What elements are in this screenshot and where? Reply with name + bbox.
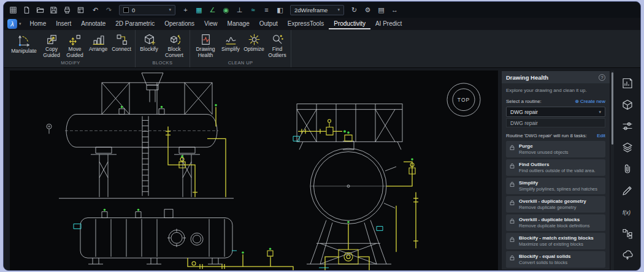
chevron-down-icon[interactable]: ▾ xyxy=(19,21,21,26)
app-window: ↶ ↷ 0 ▾ + ▦ ∠ ◉ ⊥ ≈ ≡ ◧ 2dWireframe ▾ ↻ … xyxy=(3,1,641,271)
attachments-panel-icon[interactable] xyxy=(619,161,635,177)
ribbon-group-clean-up: Drawing Health Simplify Optimize Find Ou… xyxy=(190,30,291,67)
tab-home[interactable]: Home xyxy=(25,18,52,29)
connect-button[interactable]: Connect xyxy=(110,32,133,53)
open-file-icon[interactable] xyxy=(36,6,45,15)
vessel-skirt[interactable] xyxy=(307,221,391,265)
properties-panel-icon[interactable] xyxy=(619,118,635,134)
create-new-link[interactable]: ⊕ Create new xyxy=(575,99,605,104)
cloud-sync-panel-icon[interactable] xyxy=(619,247,635,263)
save-icon[interactable] xyxy=(49,6,58,15)
osnap-icon[interactable]: ◉ xyxy=(221,6,231,15)
fullscreen-icon[interactable]: ↔ xyxy=(390,6,399,15)
tab-productivity[interactable]: Productivity xyxy=(329,18,370,29)
piping-lower-left[interactable] xyxy=(188,247,293,270)
transparency-icon[interactable]: ◧ xyxy=(275,6,285,15)
redraw-icon[interactable]: ↻ xyxy=(350,6,359,15)
connect-label: Connect xyxy=(112,47,131,53)
layer-value: 0 xyxy=(132,7,135,13)
task-simplify[interactable]: Simplify Simplify polylines, splines and… xyxy=(506,178,605,194)
annotate-panel-icon[interactable] xyxy=(619,183,635,198)
tab-annotate[interactable]: Annotate xyxy=(76,18,110,29)
edit-link[interactable]: Edit xyxy=(597,133,605,138)
ladder[interactable] xyxy=(142,116,148,196)
report-panel-icon[interactable] xyxy=(619,75,635,91)
view-cube[interactable]: TOP xyxy=(447,83,480,116)
app-logo[interactable]: λ xyxy=(7,19,17,29)
task-blockify-solids[interactable]: Blockify - equal solids Convert solids t… xyxy=(506,251,605,268)
tab-view[interactable]: View xyxy=(199,18,223,29)
blockify-button[interactable]: Blockify xyxy=(137,32,161,53)
parameters-panel-icon[interactable]: f(x) xyxy=(619,204,635,220)
help-icon[interactable]: ? xyxy=(599,74,605,81)
optimize-icon xyxy=(248,33,261,46)
group-label-blocks: BLOCKS xyxy=(137,60,188,67)
piping-upper-left[interactable] xyxy=(166,104,226,197)
panel-dock: f(x) xyxy=(614,70,640,270)
tab-expresstools[interactable]: ExpressTools xyxy=(283,18,329,29)
drawing-canvas[interactable]: TOP xyxy=(10,70,498,270)
tab-output[interactable]: Output xyxy=(255,18,283,29)
new-file-icon[interactable] xyxy=(22,6,31,15)
task-desc: Remove duplicate block definitions xyxy=(519,223,602,229)
vertical-vessel[interactable] xyxy=(310,132,396,224)
chevron-down-icon: ▾ xyxy=(337,7,340,12)
tab-insert[interactable]: Insert xyxy=(51,18,76,29)
grid-icon[interactable]: ▦ xyxy=(194,6,204,15)
undo-icon[interactable]: ↶ xyxy=(91,6,100,15)
piping-right-top[interactable] xyxy=(298,119,346,135)
block-convert-button[interactable]: Block Convert xyxy=(161,32,188,58)
layer-combo[interactable]: 0 ▾ xyxy=(119,5,175,15)
tab-operations[interactable]: Operations xyxy=(159,18,199,29)
tab-manage[interactable]: Manage xyxy=(223,18,255,29)
lower-horizontal-tank[interactable] xyxy=(74,209,237,264)
task-purge[interactable]: Purge Remove unused objects xyxy=(506,141,605,157)
manipulate-button[interactable]: Manipulate xyxy=(8,32,40,55)
ortho-icon[interactable]: ⊥ xyxy=(235,6,244,15)
task-desc: Remove duplicate geometry xyxy=(519,205,602,210)
piping-right-side[interactable] xyxy=(377,158,418,252)
simplify-button[interactable]: Simplify xyxy=(219,32,242,53)
spline-icon[interactable]: ≈ xyxy=(248,6,258,15)
angle-icon[interactable]: ∠ xyxy=(208,6,217,15)
right-rect-tank[interactable] xyxy=(293,104,402,150)
task-name: Blockify - match existing blocks xyxy=(519,235,602,241)
chevron-down-icon: ▾ xyxy=(599,110,601,115)
tab-2d-parametric[interactable]: 2D Parametric xyxy=(110,18,159,29)
tab-ai-predict[interactable]: AI Predict xyxy=(370,18,407,29)
redo-icon[interactable]: ↷ xyxy=(104,6,113,15)
task-desc: Convert solids to blocks xyxy=(519,260,602,265)
task-find-outliers[interactable]: Find Outliers Find outliers outside of t… xyxy=(506,159,605,176)
scrollbar-thumb[interactable] xyxy=(611,72,613,145)
block-convert-label: Block Convert xyxy=(161,47,188,58)
model-panel-icon[interactable] xyxy=(619,97,635,113)
crosshair-icon[interactable]: + xyxy=(181,6,190,15)
panel-scrollbar[interactable] xyxy=(611,70,614,270)
plot-icon[interactable] xyxy=(76,6,85,15)
optimize-button[interactable]: Optimize xyxy=(242,32,266,53)
print-icon[interactable] xyxy=(63,6,72,15)
copy-guided-button[interactable]: Copy Guided xyxy=(40,32,63,58)
find-outliers-button[interactable]: Find Outliers xyxy=(266,32,289,58)
upper-horizontal-tank[interactable] xyxy=(47,106,234,198)
move-guided-button[interactable]: Move Guided xyxy=(63,32,86,58)
structure-panel-icon[interactable] xyxy=(619,225,635,241)
task-overkill-blocks[interactable]: Overkill - duplicate blocks Remove dupli… xyxy=(506,214,605,231)
lock-icon xyxy=(509,200,515,206)
view-style-combo[interactable]: 2dWireframe ▾ xyxy=(290,5,344,15)
chevron-down-icon: ▾ xyxy=(169,7,171,12)
routine-select[interactable]: DWG repair ▾ xyxy=(506,107,605,117)
structure-top-left[interactable] xyxy=(102,73,212,115)
arrange-button[interactable]: Arrange xyxy=(86,32,110,53)
lineweight-icon[interactable]: ≡ xyxy=(262,6,271,15)
layers-panel-icon[interactable] xyxy=(619,140,635,156)
settings-gear-icon[interactable]: ⚙ xyxy=(363,6,372,15)
app-grid-icon[interactable] xyxy=(9,6,18,15)
layout-icon[interactable]: ▤ xyxy=(377,6,386,15)
drawing-health-button[interactable]: Drawing Health xyxy=(192,32,219,58)
view-style-value: 2dWireframe xyxy=(294,7,328,13)
task-overkill-geometry[interactable]: Overkill - duplicate geometry Remove dup… xyxy=(506,196,605,213)
task-blockify-match[interactable]: Blockify - match existing blocks Maximiz… xyxy=(506,233,605,249)
group-label-clean-up: CLEAN UP xyxy=(192,60,289,67)
routine-option[interactable]: DWG repair xyxy=(506,118,605,127)
